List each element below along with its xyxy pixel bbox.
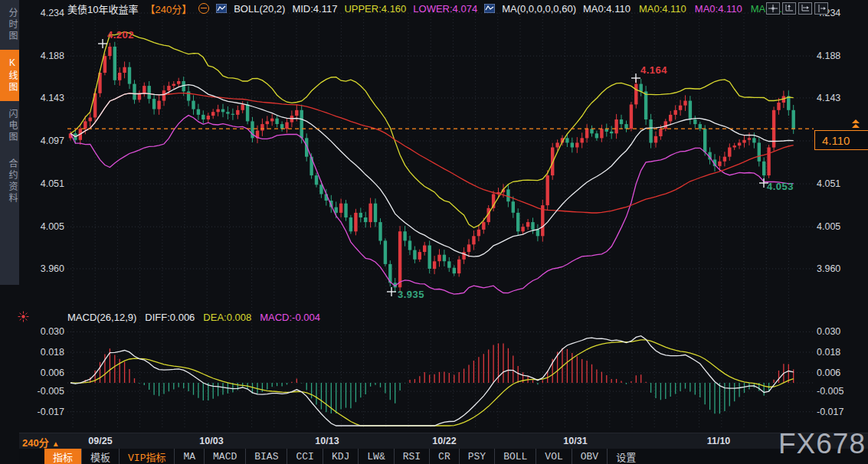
x-axis-date: 10/13 (315, 436, 339, 446)
up-triangle-icon: ▲ (52, 439, 60, 448)
last-price-box[interactable]: 4.110 (814, 130, 868, 150)
toolbar-tab-MACD[interactable]: MACD (204, 449, 245, 464)
boll-legend-chart-icon[interactable] (216, 4, 227, 13)
instrument-title: 美债10年收益率 (67, 2, 138, 16)
chart-header: 美债10年收益率 【240分】 BOLL(20,2) MID:4.117 UPP… (67, 2, 788, 15)
boll-lower-value: LOWER:4.074 (413, 3, 477, 15)
macd-diff-value: DIFF:0.006 (145, 312, 195, 323)
period-badge[interactable]: 【240分】 (145, 2, 192, 16)
toolbar-tab-VIP指标[interactable]: VIP指标 (119, 449, 174, 464)
crosshair-move-icon[interactable] (766, 2, 780, 15)
toolbar-tab-PSY[interactable]: PSY (459, 449, 494, 464)
macd-header: MACD(26,12,9) DIFF:0.006 DEA:0.008 MACD:… (67, 312, 320, 323)
toolbar-tab-指标[interactable]: 指标 (44, 449, 81, 464)
axis-button-group (766, 2, 828, 15)
pan-right-icon[interactable] (814, 2, 828, 15)
boll-upper-value: UPPER:4.160 (344, 3, 406, 15)
sidebar-item-2[interactable]: K线图 (0, 50, 19, 101)
x-axis-date: 10/22 (432, 436, 456, 446)
ma-legend-chart-icon[interactable] (484, 4, 495, 13)
period-selector-label: 240分 (22, 437, 49, 449)
toolbar-tab-CCI[interactable]: CCI (287, 449, 322, 464)
toolbar-tab-模板[interactable]: 模板 (81, 449, 119, 464)
last-price-value: 4.110 (822, 134, 850, 147)
ma-values: MA0:4.110MA0:4.110MA0:4.110MA0:4.1 (583, 3, 788, 15)
chart-canvas[interactable] (0, 0, 868, 464)
toolbar-tab-CR[interactable]: CR (429, 449, 459, 464)
ma-value-2: MA0:4.110 (639, 3, 686, 15)
toolbar-tab-MA[interactable]: MA (174, 449, 204, 464)
macd-panel-icon[interactable] (18, 311, 29, 325)
toolbar-tab-KDJ[interactable]: KDJ (323, 449, 358, 464)
x-axis-date: 10/03 (199, 436, 223, 446)
app-window: 分时图K线图闪电图合约资料 美债10年收益率 【240分】 BOLL(20,2)… (0, 0, 868, 464)
period-selector[interactable]: 240分▲ (22, 435, 60, 449)
toolbar-tab-BOLL[interactable]: BOLL (494, 449, 536, 464)
macd-dea-value: DEA:0.008 (203, 312, 251, 323)
x-axis-row: 240分▲ 09/2510/0310/1310/2210/3111/10 (19, 433, 868, 449)
macd-label: MACD(26,12,9) (67, 312, 136, 323)
boll-label: BOLL(20,2) (234, 3, 285, 15)
sidebar-item-3[interactable]: 闪电图 (0, 101, 19, 151)
x-axis-date: 10/31 (563, 436, 587, 446)
toolbar-tab-LW&[interactable]: LW& (358, 449, 393, 464)
macd-macd-value: MACD:-0.004 (260, 312, 320, 323)
axis-zoom-up-icon[interactable] (782, 2, 796, 15)
ma-label: MA(0,0,0,0,0,60) (502, 3, 576, 15)
boll-mid-value: MID:4.117 (292, 3, 337, 15)
axis-zoom-right-icon[interactable] (798, 2, 812, 15)
toolbar-tab-RSI[interactable]: RSI (394, 449, 429, 464)
sidebar-item-1[interactable]: 分时图 (0, 0, 19, 50)
collapse-period-icon[interactable] (198, 3, 209, 14)
sidebar-item-4[interactable]: 合约资料 (0, 151, 19, 212)
toolbar-tab-设置[interactable]: 设置 (607, 449, 644, 464)
toolbar-spacer (19, 449, 44, 464)
watermark: FX678 (778, 428, 866, 460)
toolbar-tab-VOL[interactable]: VOL (536, 449, 571, 464)
ma-value-3: MA0:4.110 (695, 3, 742, 15)
x-axis-date: 09/25 (88, 436, 112, 446)
toolbar-tab-BIAS[interactable]: BIAS (245, 449, 287, 464)
ma-value-1: MA0:4.110 (583, 3, 631, 15)
toolbar-tab-OBV[interactable]: OBV (572, 449, 607, 464)
double-up-triangle-icon[interactable] (852, 119, 860, 129)
indicator-toolbar: 指标模板VIP指标MAMACDBIASCCIKDJLW&RSICRPSYBOLL… (19, 449, 868, 464)
left-sidebar: 分时图K线图闪电图合约资料 (0, 0, 19, 285)
x-axis-date: 11/10 (707, 436, 731, 446)
